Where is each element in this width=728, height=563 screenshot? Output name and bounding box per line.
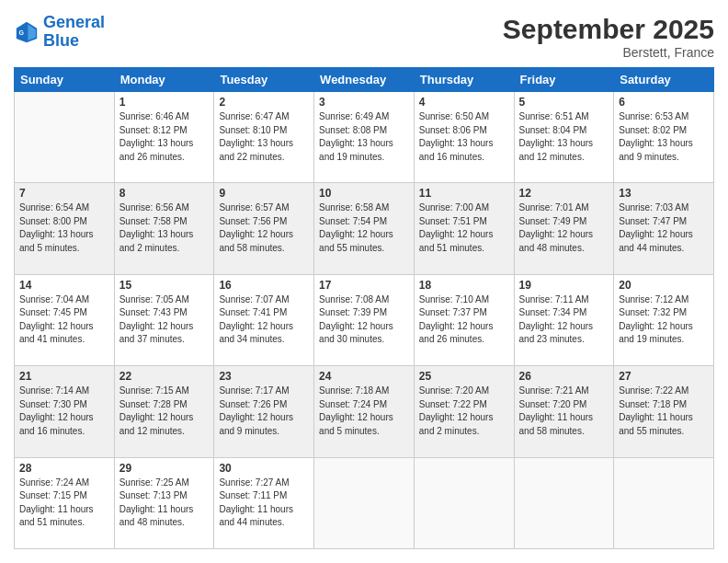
day-number: 21	[19, 370, 109, 383]
cell-info: Sunrise: 7:17 AM Sunset: 7:26 PM Dayligh…	[219, 385, 309, 438]
cell-info: Sunrise: 7:12 AM Sunset: 7:32 PM Dayligh…	[619, 293, 709, 347]
cell-info: Sunrise: 7:10 AM Sunset: 7:37 PM Dayligh…	[419, 293, 509, 347]
day-number: 9	[219, 187, 309, 200]
table-row	[414, 457, 514, 548]
table-row: 26Sunrise: 7:21 AM Sunset: 7:20 PM Dayli…	[514, 366, 614, 457]
cell-info: Sunrise: 7:20 AM Sunset: 7:22 PM Dayligh…	[419, 385, 509, 438]
cell-info: Sunrise: 6:49 AM Sunset: 8:08 PM Dayligh…	[319, 110, 409, 164]
cell-info: Sunrise: 6:46 AM Sunset: 8:12 PM Dayligh…	[119, 110, 210, 164]
day-number: 8	[119, 187, 210, 200]
month-title: September 2025	[503, 14, 714, 45]
table-row: 30Sunrise: 7:27 AM Sunset: 7:11 PM Dayli…	[214, 457, 314, 548]
day-number: 29	[119, 462, 210, 475]
day-number: 22	[119, 370, 210, 383]
cell-info: Sunrise: 7:18 AM Sunset: 7:24 PM Dayligh…	[319, 385, 409, 438]
col-sunday: Sunday	[15, 68, 115, 92]
cell-info: Sunrise: 7:03 AM Sunset: 7:47 PM Dayligh…	[619, 201, 709, 255]
calendar-row-2: 14Sunrise: 7:04 AM Sunset: 7:45 PM Dayli…	[15, 274, 714, 365]
calendar-row-3: 21Sunrise: 7:14 AM Sunset: 7:30 PM Dayli…	[15, 366, 714, 457]
cell-info: Sunrise: 6:51 AM Sunset: 8:04 PM Dayligh…	[519, 110, 609, 164]
cell-info: Sunrise: 6:56 AM Sunset: 7:58 PM Dayligh…	[119, 201, 210, 255]
table-row: 16Sunrise: 7:07 AM Sunset: 7:41 PM Dayli…	[214, 274, 314, 365]
title-area: September 2025 Berstett, France	[503, 14, 714, 60]
day-number: 16	[219, 279, 309, 292]
table-row: 7Sunrise: 6:54 AM Sunset: 8:00 PM Daylig…	[15, 183, 115, 274]
day-number: 19	[519, 279, 609, 292]
day-number: 5	[519, 96, 609, 109]
cell-info: Sunrise: 6:58 AM Sunset: 7:54 PM Dayligh…	[319, 201, 409, 255]
header-row: Sunday Monday Tuesday Wednesday Thursday…	[15, 68, 714, 92]
table-row	[15, 92, 115, 183]
table-row: 2Sunrise: 6:47 AM Sunset: 8:10 PM Daylig…	[214, 92, 314, 183]
cell-info: Sunrise: 7:14 AM Sunset: 7:30 PM Dayligh…	[19, 385, 109, 438]
day-number: 11	[419, 187, 509, 200]
table-row: 23Sunrise: 7:17 AM Sunset: 7:26 PM Dayli…	[214, 366, 314, 457]
table-row: 17Sunrise: 7:08 AM Sunset: 7:39 PM Dayli…	[314, 274, 415, 365]
day-number: 28	[19, 462, 109, 475]
table-row: 6Sunrise: 6:53 AM Sunset: 8:02 PM Daylig…	[614, 92, 714, 183]
day-number: 4	[419, 96, 509, 109]
table-row: 11Sunrise: 7:00 AM Sunset: 7:51 PM Dayli…	[414, 183, 514, 274]
table-row: 9Sunrise: 6:57 AM Sunset: 7:56 PM Daylig…	[214, 183, 314, 274]
day-number: 20	[619, 279, 709, 292]
day-number: 15	[119, 279, 210, 292]
cell-info: Sunrise: 7:07 AM Sunset: 7:41 PM Dayligh…	[219, 293, 309, 347]
logo-line2: Blue	[43, 31, 79, 50]
table-row: 10Sunrise: 6:58 AM Sunset: 7:54 PM Dayli…	[314, 183, 415, 274]
day-number: 27	[619, 370, 709, 383]
calendar-row-0: 1Sunrise: 6:46 AM Sunset: 8:12 PM Daylig…	[15, 92, 714, 183]
table-row: 21Sunrise: 7:14 AM Sunset: 7:30 PM Dayli…	[15, 366, 115, 457]
cell-info: Sunrise: 6:54 AM Sunset: 8:00 PM Dayligh…	[19, 201, 109, 255]
day-number: 25	[419, 370, 509, 383]
cell-info: Sunrise: 7:24 AM Sunset: 7:15 PM Dayligh…	[19, 477, 109, 530]
table-row: 19Sunrise: 7:11 AM Sunset: 7:34 PM Dayli…	[514, 274, 614, 365]
day-number: 12	[519, 187, 609, 200]
col-friday: Friday	[514, 68, 614, 92]
cell-info: Sunrise: 7:05 AM Sunset: 7:43 PM Dayligh…	[119, 293, 210, 347]
calendar-row-1: 7Sunrise: 6:54 AM Sunset: 8:00 PM Daylig…	[15, 183, 714, 274]
cell-info: Sunrise: 7:04 AM Sunset: 7:45 PM Dayligh…	[19, 293, 109, 347]
day-number: 14	[19, 279, 109, 292]
table-row: 14Sunrise: 7:04 AM Sunset: 7:45 PM Dayli…	[15, 274, 115, 365]
day-number: 2	[219, 96, 309, 109]
table-row: 12Sunrise: 7:01 AM Sunset: 7:49 PM Dayli…	[514, 183, 614, 274]
cell-info: Sunrise: 7:27 AM Sunset: 7:11 PM Dayligh…	[219, 477, 309, 530]
logo-text: General Blue	[43, 14, 105, 51]
table-row: 24Sunrise: 7:18 AM Sunset: 7:24 PM Dayli…	[314, 366, 415, 457]
table-row	[614, 457, 714, 548]
day-number: 30	[219, 462, 309, 475]
logo: G General Blue	[14, 14, 105, 51]
cell-info: Sunrise: 6:47 AM Sunset: 8:10 PM Dayligh…	[219, 110, 309, 164]
table-row: 18Sunrise: 7:10 AM Sunset: 7:37 PM Dayli…	[414, 274, 514, 365]
col-saturday: Saturday	[614, 68, 714, 92]
table-row: 25Sunrise: 7:20 AM Sunset: 7:22 PM Dayli…	[414, 366, 514, 457]
table-row	[314, 457, 415, 548]
table-row: 22Sunrise: 7:15 AM Sunset: 7:28 PM Dayli…	[114, 366, 214, 457]
col-wednesday: Wednesday	[314, 68, 415, 92]
day-number: 24	[319, 370, 409, 383]
col-thursday: Thursday	[414, 68, 514, 92]
calendar-table: Sunday Monday Tuesday Wednesday Thursday…	[14, 67, 714, 549]
table-row: 15Sunrise: 7:05 AM Sunset: 7:43 PM Dayli…	[114, 274, 214, 365]
table-row: 27Sunrise: 7:22 AM Sunset: 7:18 PM Dayli…	[614, 366, 714, 457]
svg-text:G: G	[19, 29, 25, 36]
table-row: 20Sunrise: 7:12 AM Sunset: 7:32 PM Dayli…	[614, 274, 714, 365]
header: G General Blue September 2025 Berstett, …	[14, 14, 714, 60]
table-row: 4Sunrise: 6:50 AM Sunset: 8:06 PM Daylig…	[414, 92, 514, 183]
table-row: 1Sunrise: 6:46 AM Sunset: 8:12 PM Daylig…	[114, 92, 214, 183]
day-number: 6	[619, 96, 709, 109]
calendar-row-4: 28Sunrise: 7:24 AM Sunset: 7:15 PM Dayli…	[15, 457, 714, 548]
cell-info: Sunrise: 7:11 AM Sunset: 7:34 PM Dayligh…	[519, 293, 609, 347]
cell-info: Sunrise: 6:53 AM Sunset: 8:02 PM Dayligh…	[619, 110, 709, 164]
day-number: 23	[219, 370, 309, 383]
cell-info: Sunrise: 7:21 AM Sunset: 7:20 PM Dayligh…	[519, 385, 609, 438]
table-row: 8Sunrise: 6:56 AM Sunset: 7:58 PM Daylig…	[114, 183, 214, 274]
table-row: 29Sunrise: 7:25 AM Sunset: 7:13 PM Dayli…	[114, 457, 214, 548]
table-row	[514, 457, 614, 548]
cell-info: Sunrise: 6:50 AM Sunset: 8:06 PM Dayligh…	[419, 110, 509, 164]
col-tuesday: Tuesday	[214, 68, 314, 92]
table-row: 13Sunrise: 7:03 AM Sunset: 7:47 PM Dayli…	[614, 183, 714, 274]
table-row: 3Sunrise: 6:49 AM Sunset: 8:08 PM Daylig…	[314, 92, 415, 183]
page: G General Blue September 2025 Berstett, …	[0, 0, 728, 563]
col-monday: Monday	[114, 68, 214, 92]
